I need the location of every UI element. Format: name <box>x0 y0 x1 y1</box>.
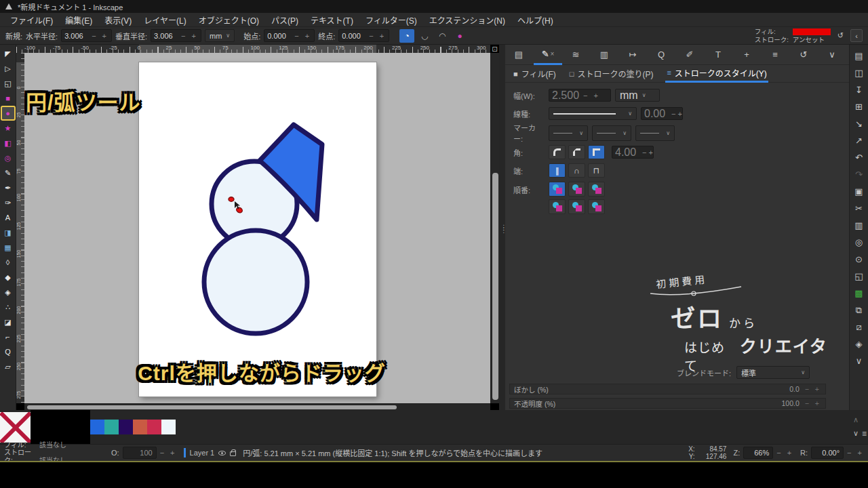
layer-lock-icon[interactable] <box>230 451 236 456</box>
dash-pattern-dropdown[interactable]: ∨ <box>549 107 637 120</box>
color-swatch[interactable] <box>90 420 104 434</box>
command-button[interactable]: ▣ <box>851 183 867 200</box>
menu-item[interactable]: フィルター(S) <box>359 13 423 27</box>
paint-order-button[interactable] <box>549 199 566 214</box>
tool-button[interactable]: ▱ <box>1 359 16 374</box>
layer-visibility-icon[interactable] <box>218 451 226 455</box>
unit-dropdown[interactable]: mm∨ <box>205 29 235 42</box>
join-button[interactable] <box>568 145 585 159</box>
color-swatch[interactable] <box>133 420 147 434</box>
fill-stroke-tab[interactable]: ■フィル(F) <box>512 65 557 83</box>
opacity-slider[interactable]: 不透明度 (%) 100.0 − + <box>509 398 826 409</box>
start-spinner[interactable]: 0.000 − + <box>264 29 315 42</box>
join-button[interactable] <box>549 145 566 159</box>
color-swatch[interactable] <box>119 420 133 434</box>
menu-item[interactable]: パス(P) <box>265 13 304 27</box>
dialog-tab[interactable]: ✎× <box>534 45 562 65</box>
ry-spin-buttons[interactable]: − + <box>181 32 198 40</box>
stroke-width-spinner[interactable]: 2.500 − + <box>549 89 611 102</box>
menu-item[interactable]: オブジェクト(O) <box>193 13 265 27</box>
tool-button[interactable]: ◤ <box>1 46 16 61</box>
palette-scroll-up-button[interactable]: ∧ <box>853 415 859 424</box>
marker-dropdown[interactable]: ∨ <box>635 125 675 141</box>
stroke-width-unit-dropdown[interactable]: mm∨ <box>615 89 660 102</box>
command-button[interactable]: ✂ <box>851 200 867 217</box>
paint-order-button[interactable] <box>568 199 585 214</box>
ry-spinner[interactable]: 3.006 − + <box>151 29 201 42</box>
end-spinner[interactable]: 0.000 − + <box>338 29 389 42</box>
command-button[interactable]: ∨ <box>851 352 867 369</box>
opacity-status-spinner[interactable]: O: 100 − + <box>111 447 177 459</box>
tool-button[interactable]: ◈ <box>1 285 16 300</box>
command-button[interactable]: ◫ <box>851 64 867 81</box>
tool-button[interactable]: Q <box>1 344 16 359</box>
marker-dropdown[interactable]: ∨ <box>549 125 588 141</box>
command-button[interactable]: ⊞ <box>851 98 867 115</box>
command-button[interactable]: ⊙ <box>851 251 867 268</box>
dialog-tab[interactable]: + <box>733 45 762 65</box>
vertical-ruler[interactable]: 0255075100125150175200225250275300 <box>16 53 24 403</box>
tool-button[interactable]: ▷ <box>1 61 16 76</box>
miter-limit-spinner[interactable]: 4.00 −+ <box>612 146 654 159</box>
tool-button[interactable]: ⌐ <box>1 329 16 344</box>
dock-splitter[interactable]: ⋮⋮ <box>499 45 505 410</box>
rx-spinner[interactable]: 3.006 − + <box>61 29 112 42</box>
tool-button[interactable]: ◪ <box>1 314 16 329</box>
palette-scroll-down-button[interactable]: ∨ <box>853 429 859 438</box>
dialog-tab[interactable]: ▤ <box>505 45 534 65</box>
dialog-tab[interactable]: ≋ <box>562 45 591 65</box>
dialog-tab[interactable]: T <box>705 45 733 65</box>
command-button[interactable]: ▥ <box>851 217 867 234</box>
reset-defaults-icon[interactable]: ↺ <box>837 31 844 40</box>
paint-order-button[interactable] <box>588 182 605 197</box>
tool-button[interactable]: ◊ <box>1 255 16 270</box>
command-button[interactable]: ▩ <box>851 285 867 302</box>
command-button[interactable]: ↶ <box>851 149 867 166</box>
collapse-toolbar-button[interactable]: ‹ <box>850 29 863 42</box>
end-spin-buttons[interactable]: − + <box>369 32 386 40</box>
cap-button[interactable]: ∥ <box>549 163 566 178</box>
vertical-scrollbar[interactable] <box>490 53 499 403</box>
menu-item[interactable]: ファイル(F) <box>4 13 59 27</box>
tool-button[interactable]: ◧ <box>1 136 16 150</box>
command-button[interactable]: ◎ <box>851 234 867 251</box>
arc-mode-button[interactable]: ◠ <box>435 29 450 43</box>
tool-button[interactable]: ◎ <box>1 150 16 165</box>
horizontal-ruler[interactable]: -100-75-50-25025507510012515017520022525… <box>16 45 490 53</box>
menu-item[interactable]: エクステンション(N) <box>423 13 511 27</box>
arc-mode-button[interactable]: ◡ <box>417 29 432 43</box>
dialog-tab[interactable]: ≡ <box>762 45 790 65</box>
cap-button[interactable]: ∩ <box>568 163 585 178</box>
tool-button[interactable]: ✑ <box>1 195 16 210</box>
dialog-tab[interactable]: Q <box>648 45 676 65</box>
cap-button[interactable]: ⊓ <box>588 163 605 178</box>
tool-button[interactable]: A <box>1 210 16 225</box>
blend-mode-dropdown[interactable]: 標準∨ <box>736 366 810 379</box>
dialog-tab[interactable]: ▥ <box>591 45 619 65</box>
menu-item[interactable]: レイヤー(L) <box>138 13 192 27</box>
arc-mode-button[interactable]: ● <box>452 29 467 43</box>
dialog-tab[interactable]: ✐ <box>676 45 705 65</box>
layer-name[interactable]: Layer 1 <box>190 449 215 457</box>
dash-offset-spinner[interactable]: 0.00 −+ <box>641 107 683 120</box>
command-button[interactable]: ⧄ <box>851 319 867 336</box>
color-swatch[interactable] <box>104 420 119 434</box>
tool-button[interactable]: ◨ <box>1 225 16 240</box>
tool-button[interactable]: ◆ <box>1 270 16 285</box>
palette-menu-button[interactable]: ≡ <box>862 429 867 439</box>
fill-stroke-tab[interactable]: □ストロークの塗り(P) <box>568 65 655 83</box>
color-swatch[interactable] <box>60 410 90 444</box>
tool-button[interactable]: ◱ <box>1 76 16 91</box>
dialog-tab[interactable]: ∨ <box>818 45 847 65</box>
command-button[interactable]: ◱ <box>851 268 867 285</box>
marker-dropdown[interactable]: ∨ <box>592 125 631 141</box>
paint-order-button[interactable] <box>549 182 566 197</box>
menu-item[interactable]: ヘルプ(H) <box>511 13 559 27</box>
layer-indicator[interactable]: Layer 1 <box>184 448 237 458</box>
tool-button[interactable]: ✎ <box>1 165 16 180</box>
color-swatch[interactable] <box>161 420 176 434</box>
menu-item[interactable]: 編集(E) <box>59 13 98 27</box>
fill-color-swatch[interactable] <box>793 28 831 35</box>
blur-slider[interactable]: ぼかし (%) 0.0 − + <box>509 384 826 394</box>
tool-button[interactable]: ■ <box>1 91 16 106</box>
